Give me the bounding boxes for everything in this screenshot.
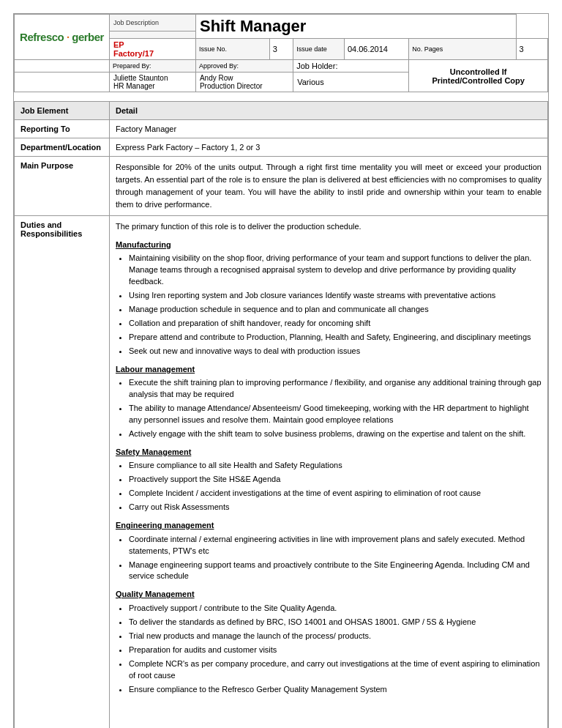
list-item: Coordinate internal / external engineeri… bbox=[129, 534, 542, 557]
job-title: Shift Manager bbox=[195, 15, 516, 39]
ep-ref: EP bbox=[113, 40, 124, 49]
table-row: Department/Location Express Park Factory… bbox=[15, 138, 548, 157]
list-item: Ensure compliance to the Refresco Gerber… bbox=[129, 684, 542, 696]
list-item: Carry out Risk Assessments bbox=[129, 502, 542, 513]
approved-by-label: Approved By: bbox=[195, 60, 293, 73]
section-labour: Labour management bbox=[116, 363, 542, 376]
logo: Refresco · gerber bbox=[18, 31, 105, 43]
list-item: Using Iren reporting system and Job clos… bbox=[129, 290, 542, 302]
table-row-duties: Duties and Responsibilities The primary … bbox=[15, 216, 548, 728]
list-item: Preparation for audits and customer visi… bbox=[129, 645, 542, 656]
spacer2 bbox=[15, 73, 110, 92]
section-quality: Quality Management bbox=[116, 588, 542, 601]
list-item: Execute the shift training plan to impro… bbox=[129, 377, 542, 401]
job-description-label: Job Description bbox=[110, 15, 196, 31]
job-holder-label: Job Holder: bbox=[293, 60, 409, 73]
engineering-list: Coordinate internal / external engineeri… bbox=[129, 534, 542, 583]
issue-no-value: 3 bbox=[269, 39, 293, 60]
prepared-by-value: Juliette StauntonHR Manager bbox=[110, 73, 196, 92]
quality-list: Proactively support / contribute to the … bbox=[129, 603, 542, 696]
issue-no-label: Issue No. bbox=[195, 39, 269, 60]
list-item: Collation and preparation of shift hando… bbox=[129, 318, 542, 330]
prepared-by-label: Prepared By: bbox=[110, 60, 196, 73]
element-main-purpose: Main Purpose bbox=[15, 157, 110, 216]
header-table: Refresco · gerber Job Description Shift … bbox=[14, 14, 548, 92]
duties-intro-text: The primary function of this role is to … bbox=[116, 220, 542, 233]
no-pages-label: No. Pages bbox=[409, 39, 516, 60]
labour-list: Execute the shift training plan to impro… bbox=[129, 377, 542, 440]
list-item: Complete Incident / accident investigati… bbox=[129, 488, 542, 499]
table-row: Reporting To Factory Manager bbox=[15, 120, 548, 138]
doc-ref-label bbox=[110, 31, 196, 39]
logo-cell-spacer bbox=[15, 60, 110, 73]
list-item: Proactively support the Site HS&E Agenda bbox=[129, 474, 542, 486]
uncontrolled-line1: Uncontrolled If bbox=[450, 67, 507, 76]
list-item: Manage production schedule in sequence a… bbox=[129, 304, 542, 316]
detail-reporting-to: Factory Manager bbox=[110, 120, 548, 138]
list-item: The ability to manage Attendance/ Absent… bbox=[129, 403, 542, 426]
list-item: Complete NCR's as per company procedure,… bbox=[129, 658, 542, 682]
list-item: Actively engage with the shift team to s… bbox=[129, 428, 542, 440]
list-item: To deliver the standards as defined by B… bbox=[129, 617, 542, 628]
col-header-element: Job Element bbox=[15, 102, 110, 120]
issue-date-label: Issue date bbox=[293, 39, 345, 60]
uncontrolled-text: Uncontrolled If Printed/Controlled Copy bbox=[409, 60, 548, 92]
detail-dept-location: Express Park Factory – Factory 1, 2 or 3 bbox=[110, 138, 548, 157]
list-item: Manage engineering support teams and pro… bbox=[129, 560, 542, 583]
approved-by-value: Andy RowProduction Director bbox=[195, 73, 293, 92]
col-header-detail: Detail bbox=[110, 102, 548, 120]
list-item: Ensure compliance to all site Health and… bbox=[129, 460, 542, 472]
table-row: Main Purpose Responsible for 20% of the … bbox=[15, 157, 548, 216]
safety-list: Ensure compliance to all site Health and… bbox=[129, 460, 542, 513]
document-wrapper: Refresco · gerber Job Description Shift … bbox=[13, 13, 549, 728]
section-safety: Safety Management bbox=[116, 446, 542, 458]
manufacturing-list: Maintaining visibility on the shop floor… bbox=[129, 253, 542, 357]
element-duties: Duties and Responsibilities bbox=[15, 216, 110, 728]
logo-cell: Refresco · gerber bbox=[15, 15, 110, 60]
job-holder-value: Various bbox=[293, 73, 409, 92]
section-manufacturing: Manufacturing bbox=[116, 239, 542, 251]
element-reporting-to: Reporting To bbox=[15, 120, 110, 138]
list-item: Maintaining visibility on the shop floor… bbox=[129, 253, 542, 288]
list-item: Seek out new and innovative ways to deal… bbox=[129, 346, 542, 357]
detail-duties: The primary function of this role is to … bbox=[110, 216, 548, 728]
detail-main-purpose: Responsible for 20% of the units output.… bbox=[110, 157, 548, 216]
list-item: Proactively support / contribute to the … bbox=[129, 603, 542, 614]
logo-gerber: gerber bbox=[72, 31, 104, 43]
logo-refresco: Refresco bbox=[20, 31, 64, 43]
list-item: Prepare attend and contribute to Product… bbox=[129, 332, 542, 343]
element-dept-location: Department/Location bbox=[15, 138, 110, 157]
issue-date-value: 04.06.2014 bbox=[344, 39, 408, 60]
section-engineering: Engineering management bbox=[116, 519, 542, 532]
doc-ref-value: EP Factory/17 bbox=[110, 39, 196, 60]
uncontrolled-line2: Printed/Controlled Copy bbox=[432, 76, 525, 85]
list-item: Trial new products and manage the launch… bbox=[129, 631, 542, 642]
no-pages-value: 3 bbox=[516, 39, 547, 60]
factory-ref: Factory/17 bbox=[113, 49, 154, 58]
main-content-table: Job Element Detail Reporting To Factory … bbox=[14, 101, 548, 728]
logo-separator: · bbox=[64, 31, 72, 43]
